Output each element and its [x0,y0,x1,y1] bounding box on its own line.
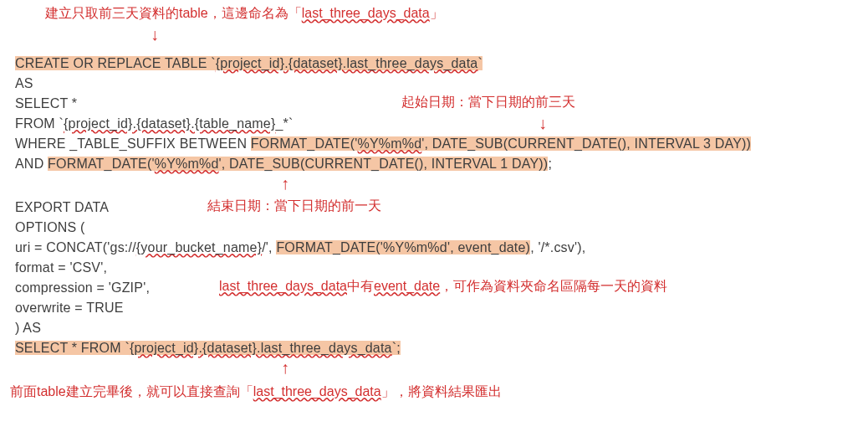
code-line-5: WHERE _TABLE_SUFFIX BETWEEN FORMAT_DATE(… [15,134,751,154]
arrow-up-icon: ↑ [281,174,289,193]
code-line-14: ) AS [15,318,41,338]
code-line-2: AS [15,74,33,94]
code-l5a: WHERE _TABLE_SUFFIX BETWEEN [15,136,251,151]
code-line-15: SELECT * FROM `{project_id}.{dataset}.la… [15,338,401,358]
annotation-bottom-underline: last_three_days_data [253,384,381,398]
annotation-top-underline: last_three_days_data [302,6,430,20]
code-l5d: ', DATE_SUB(CURRENT_DATE(), INTERVAL 3 D… [421,136,751,151]
annotation-ed-pre: last_three_days_data [219,279,347,293]
code-l6d: ', DATE_SUB(CURRENT_DATE(), INTERVAL 1 D… [219,157,549,171]
annotation-bottom-text: 前面table建立完畢後，就可以直接查詢「 [10,384,253,398]
code-line-13: overwrite = TRUE [15,298,124,318]
annotation-top-end: 」 [430,6,443,20]
code-line-11: format = 'CSV', [15,258,107,278]
code-l15c: `; [392,341,401,355]
annotation-start-date: 起始日期：當下日期的前三天 [401,94,575,111]
code-line-1: CREATE OR REPLACE TABLE `{project_id}.{d… [15,54,483,74]
arrow-down-icon: ↓ [151,25,159,44]
annotation-top: 建立只取前三天資料的table，這邊命名為「last_three_days_da… [45,5,443,23]
code-l6a: AND [15,157,48,171]
code-l5c: %Y%m%d [358,136,422,151]
code-l1c: ` [477,56,483,70]
code-line-6: AND FORMAT_DATE('%Y%m%d', DATE_SUB(CURRE… [15,154,552,174]
annotation-event-date: last_three_days_data中有event_date，可作為資料夾命… [219,278,667,296]
code-line-9: OPTIONS ( [15,218,85,238]
code-l10d: FORMAT_DATE('%Y%m%d', event_date) [276,240,530,254]
code-l6e: ; [548,157,552,171]
code-l15a: SELECT * FROM ` [15,341,130,355]
code-line-4: FROM `{project_id}.{dataset}.{table_name… [15,114,294,134]
code-line-8: EXPORT DATA [15,198,109,218]
code-line-3: SELECT * [15,94,77,114]
code-l4a: FROM ` [15,116,64,131]
annotation-ed-u2: event_date [374,279,440,293]
code-l10a: uri = CONCAT('gs:// [15,240,136,254]
code-l6c: %Y%m%d [155,157,219,171]
code-line-12: compression = 'GZIP', [15,278,150,298]
code-l10b: {your_bucket_name} [136,240,262,254]
code-line-10: uri = CONCAT('gs://{your_bucket_name}/',… [15,238,585,258]
annotation-bottom: 前面table建立完畢後，就可以直接查詢「last_three_days_dat… [10,383,502,401]
code-l10e: , '/*.csv'), [530,240,585,254]
code-l6b: FORMAT_DATE(' [48,157,155,171]
annotation-ed-post: ，可作為資料夾命名區隔每一天的資料 [440,279,667,293]
code-l15b: {project_id}.{dataset}.last_three_days_d… [130,341,392,355]
arrow-down-icon: ↓ [539,114,547,133]
code-l4b: {project_id}.{dataset}.{table_name} [64,116,275,131]
code-l1a: CREATE OR REPLACE TABLE ` [15,56,216,70]
annotation-top-text: 建立只取前三天資料的table，這邊命名為「 [45,6,302,20]
arrow-up-icon: ↑ [281,358,289,378]
code-l4c: _*` [276,116,294,131]
code-l10c: /', [262,240,276,254]
code-l5b: FORMAT_DATE(' [251,136,358,151]
annotation-end-date: 結束日期：當下日期的前一天 [207,198,381,215]
annotation-bottom-end: 」，將資料結果匯出 [381,384,502,398]
code-l1b: {project_id}.{dataset}.last_three_days_d… [216,56,478,70]
annotation-ed-mid: 中有 [347,279,374,293]
